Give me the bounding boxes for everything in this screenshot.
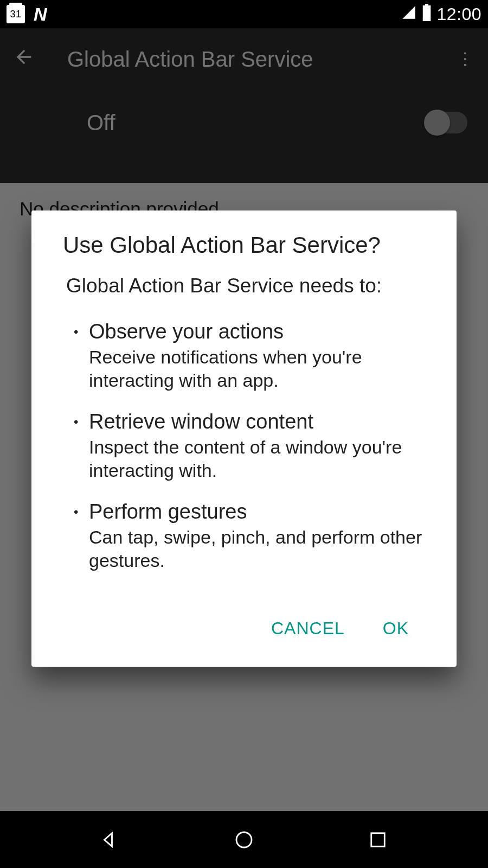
status-right: 12:00 (401, 4, 481, 25)
permission-desc: Can tap, swipe, pinch, and perform other… (89, 526, 428, 572)
dialog-title: Use Global Action Bar Service? (60, 232, 428, 258)
nav-recent-icon[interactable] (367, 828, 389, 851)
ok-button[interactable]: OK (373, 612, 419, 645)
bullet-icon: • (60, 410, 89, 482)
permission-title: Perform gestures (89, 500, 428, 524)
status-left: 31 N (7, 4, 47, 25)
clock: 12:00 (436, 4, 481, 24)
nav-home-icon[interactable] (233, 828, 255, 851)
cell-signal-icon (401, 5, 417, 24)
dialog-actions: CANCEL OK (60, 590, 428, 656)
permission-item: • Retrieve window content Inspect the co… (60, 410, 428, 482)
android-n-icon: N (34, 4, 47, 25)
permission-title: Retrieve window content (89, 410, 428, 433)
battery-icon (421, 4, 432, 25)
bullet-icon: • (60, 500, 89, 572)
navigation-bar (0, 811, 488, 868)
permission-item: • Observe your actions Receive notificat… (60, 320, 428, 392)
permission-item: • Perform gestures Can tap, swipe, pinch… (60, 500, 428, 572)
permission-desc: Inspect the content of a window you're i… (89, 436, 428, 482)
bullet-icon: • (60, 320, 89, 392)
device-frame: 31 N 12:00 Global Action Bar Service ⋯ O… (0, 0, 488, 868)
dialog-intro: Global Action Bar Service needs to: (60, 275, 428, 297)
nav-back-icon[interactable] (99, 828, 121, 851)
permission-title: Observe your actions (89, 320, 428, 343)
status-bar: 31 N 12:00 (0, 0, 488, 28)
permission-dialog: Use Global Action Bar Service? Global Ac… (31, 210, 457, 667)
svg-point-0 (236, 832, 252, 847)
cancel-button[interactable]: CANCEL (261, 612, 355, 645)
calendar-icon: 31 (7, 5, 25, 23)
permission-desc: Receive notifications when you're intera… (89, 346, 428, 392)
svg-rect-1 (371, 833, 384, 846)
